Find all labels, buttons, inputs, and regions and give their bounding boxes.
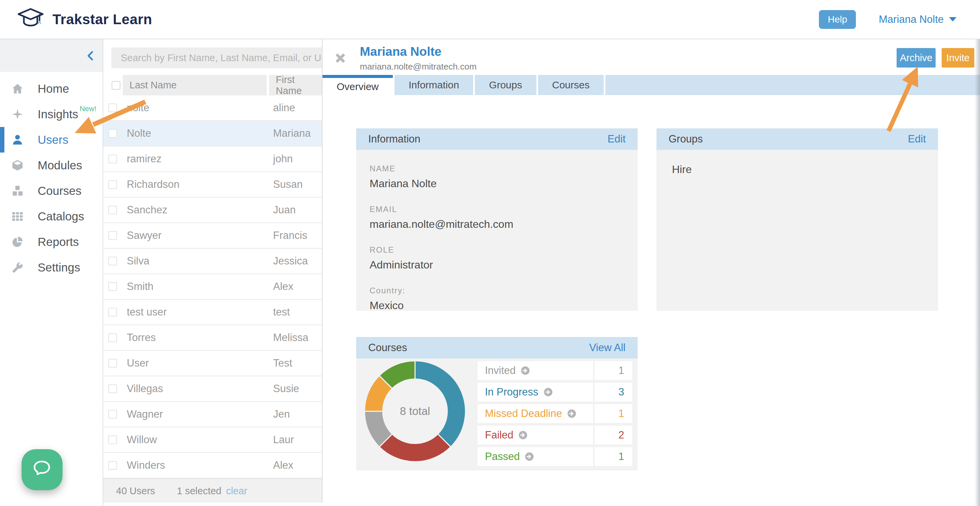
legend-row-passed[interactable]: Passed1 [477,447,632,466]
row-checkbox[interactable] [108,129,117,138]
row-checkbox[interactable] [108,282,117,291]
table-row[interactable]: UserTest [103,351,322,376]
table-row[interactable]: test usertest [103,300,322,325]
cell-first-name: aline [261,102,322,114]
field-label: Country: [370,286,638,295]
row-checkbox[interactable] [108,333,117,342]
table-row[interactable]: RichardsonSusan [103,172,322,198]
cell-first-name: Alex [261,459,322,471]
legend-label[interactable]: Passed [477,447,594,466]
table-row[interactable]: SawyerFrancis [103,223,322,249]
table-row[interactable]: VillegasSusie [103,376,322,402]
row-checkbox[interactable] [108,410,117,419]
detail-tabs: OverviewInformationGroupsCourses [323,75,980,95]
sidebar-item-settings[interactable]: Settings [0,255,103,280]
help-button[interactable]: Help [819,10,856,29]
select-all-checkbox[interactable] [111,81,120,90]
row-checkbox[interactable] [108,155,117,163]
edit-groups-link[interactable]: Edit [908,133,926,145]
go-arrow-icon [520,366,530,376]
sidebar-item-insights[interactable]: InsightsNew! [0,102,103,127]
cell-last-name: ramirez [127,153,261,165]
row-checkbox[interactable] [108,231,117,240]
detail-header: Mariana Nolte mariana.nolte@mitratech.co… [323,39,980,75]
home-icon [10,82,25,95]
courses-legend: Invited1In Progress3Missed Deadline1Fail… [477,361,632,469]
sidebar-item-catalogs[interactable]: Catalogs [0,204,103,229]
sidebar-item-reports[interactable]: Reports [0,229,103,255]
active-indicator [0,102,4,127]
tab-courses[interactable]: Courses [538,75,604,95]
column-header-first-name[interactable]: First Name [269,75,322,95]
row-checkbox[interactable] [108,308,117,317]
search-input[interactable] [111,48,322,68]
cell-last-name: Willow [127,434,261,446]
table-row[interactable]: SilvaJessica [103,249,322,274]
legend-label[interactable]: Invited [477,361,594,380]
clear-selection-link[interactable]: clear [226,485,247,496]
row-checkbox[interactable] [108,180,117,189]
legend-row-failed[interactable]: Failed2 [477,426,632,444]
user-list-panel: Last Name First Name noltealineNolteMari… [103,39,323,506]
chat-bubble-icon [32,460,52,480]
archive-button[interactable]: Archive [897,48,935,68]
row-checkbox[interactable] [108,257,117,265]
row-checkbox[interactable] [108,435,117,444]
cell-first-name: Laur [261,434,322,446]
settings-icon [10,261,25,274]
legend-text: Invited [485,365,515,377]
cell-last-name: Villegas [127,383,261,395]
tab-groups[interactable]: Groups [475,75,536,95]
table-row[interactable]: noltealine [103,95,322,121]
legend-label[interactable]: Failed [477,426,594,444]
cell-first-name: Mariana [261,127,322,140]
field-label: EMAIL [370,205,638,214]
selected-count: 1 selected [177,485,221,496]
sidebar-item-modules[interactable]: Modules [0,152,103,178]
row-checkbox[interactable] [108,384,117,393]
table-row[interactable]: WagnerJen [103,402,322,427]
invite-button[interactable]: Invite [942,48,974,68]
legend-text: Failed [485,429,513,441]
cell-first-name: Test [261,357,322,369]
sidebar-item-home[interactable]: Home [0,76,103,102]
table-row[interactable]: NolteMariana [103,121,322,146]
cell-first-name: Susan [261,178,322,190]
chat-widget-button[interactable] [22,449,62,490]
account-menu[interactable]: Mariana Nolte [879,13,956,25]
edit-information-link[interactable]: Edit [608,133,625,145]
cell-last-name: Smith [127,281,261,293]
row-checkbox[interactable] [108,359,117,368]
cell-last-name: Sanchez [127,204,261,216]
sidebar-item-users[interactable]: Users [0,127,103,152]
cell-first-name: test [261,306,322,318]
cell-last-name: Richardson [127,178,261,190]
row-checkbox[interactable] [108,461,117,470]
cell-last-name: nolte [127,102,261,114]
table-row[interactable]: ramirezjohn [103,146,322,172]
legend-row-in-progress[interactable]: In Progress3 [477,383,632,401]
table-row[interactable]: TorresMelissa [103,325,322,351]
close-icon[interactable] [333,51,347,66]
table-row[interactable]: WillowLaur [103,427,322,453]
row-checkbox[interactable] [108,206,117,214]
sidebar-item-courses[interactable]: Courses [0,178,103,204]
chevron-down-icon [949,17,956,22]
column-header-last-name[interactable]: Last Name [123,75,267,95]
legend-label[interactable]: In Progress [477,383,594,401]
information-fields: NAMEMariana NolteEMAILmariana.nolte@mitr… [356,150,638,312]
table-row[interactable]: WindersAlex [103,453,322,479]
legend-text: Missed Deadline [485,408,562,420]
tab-overview[interactable]: Overview [323,75,393,95]
collapse-sidebar-icon[interactable] [85,49,97,62]
user-detail-panel: Mariana Nolte mariana.nolte@mitratech.co… [323,39,980,506]
legend-label[interactable]: Missed Deadline [477,404,594,423]
row-checkbox[interactable] [108,103,117,112]
view-all-courses-link[interactable]: View All [589,342,625,354]
table-row[interactable]: SmithAlex [103,274,322,300]
legend-row-missed-deadline[interactable]: Missed Deadline1 [477,404,632,423]
tab-information[interactable]: Information [395,75,473,95]
table-row[interactable]: SanchezJuan [103,198,322,223]
legend-row-invited[interactable]: Invited1 [477,361,632,380]
groups-card-title: Groups [668,133,703,145]
